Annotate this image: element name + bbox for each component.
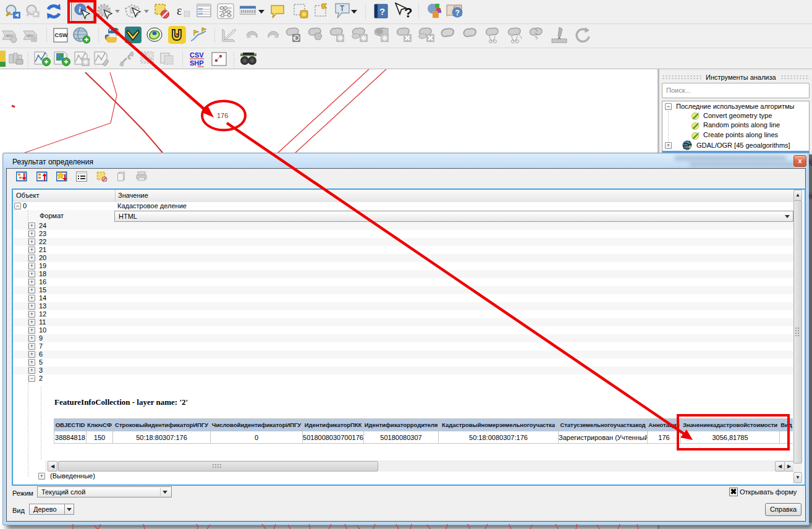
- svg-text:SHP: SHP: [190, 59, 204, 67]
- svg-text:176: 176: [217, 112, 228, 119]
- svg-text:GDAL: GDAL: [684, 145, 693, 149]
- svg-text:i: i: [78, 5, 81, 14]
- svg-text:CSW: CSW: [55, 32, 69, 38]
- svg-text:?: ?: [404, 5, 412, 20]
- svg-text:CSV: CSV: [190, 51, 204, 59]
- svg-text:T: T: [340, 4, 345, 13]
- svg-text:ε: ε: [177, 4, 182, 17]
- svg-text:?: ?: [379, 6, 385, 17]
- svg-text:?: ?: [455, 9, 460, 17]
